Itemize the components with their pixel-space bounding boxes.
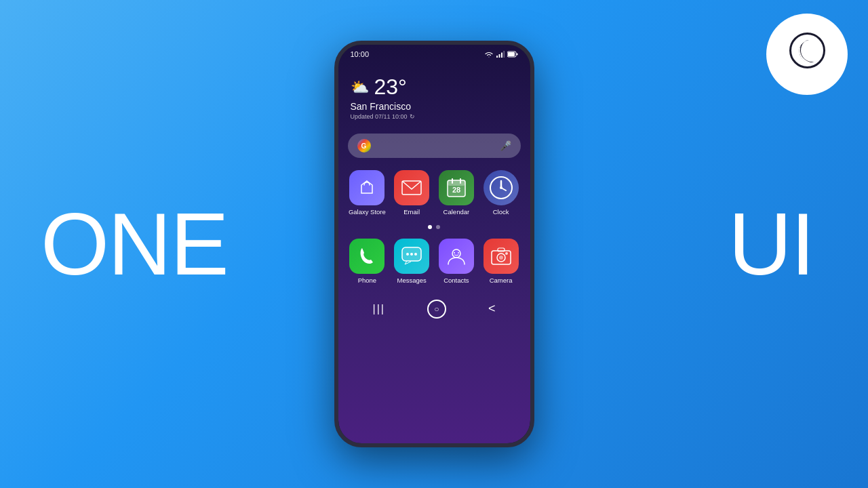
app-galaxy-store[interactable]: Galaxy Store — [348, 170, 387, 216]
background-text-ui: UI — [728, 200, 814, 288]
weather-icon: ⛅ — [351, 79, 369, 96]
app-clock[interactable]: Clock — [481, 170, 521, 216]
clock-label: Clock — [493, 208, 509, 216]
status-bar: 10:00 — [338, 45, 530, 61]
phone-body: 10:00 — [334, 41, 534, 447]
home-button[interactable]: ○ — [427, 300, 446, 319]
weather-updated: Updated 07/11 10:00 ↻ — [351, 113, 518, 120]
svg-point-20 — [410, 253, 413, 256]
signal-icon — [496, 51, 505, 58]
app-contacts[interactable]: Contacts — [437, 239, 476, 284]
svg-point-27 — [499, 256, 503, 260]
svg-rect-1 — [496, 56, 498, 58]
contacts-label: Contacts — [443, 277, 469, 284]
search-bar[interactable]: G 🎤 — [348, 134, 521, 158]
camera-label: Camera — [490, 277, 513, 284]
contacts-icon — [439, 239, 474, 274]
background-text-one: ONE — [41, 200, 228, 288]
svg-rect-10 — [448, 180, 465, 186]
svg-point-19 — [406, 253, 409, 256]
status-icons — [484, 51, 518, 58]
messages-icon — [394, 239, 429, 274]
status-time: 10:00 — [351, 50, 370, 58]
clock-icon — [484, 170, 519, 205]
galaxy-store-label: Galaxy Store — [349, 208, 386, 216]
camera-icon — [484, 239, 519, 274]
page-dots — [338, 225, 530, 229]
svg-rect-3 — [501, 53, 502, 58]
svg-point-21 — [414, 253, 417, 256]
nav-bar: ||| ○ < — [338, 296, 530, 320]
svg-text:28: 28 — [452, 186, 460, 194]
svg-rect-6 — [516, 54, 517, 56]
svg-point-29 — [505, 252, 508, 255]
app-email[interactable]: Email — [392, 170, 431, 216]
battery-icon — [507, 51, 518, 58]
app-camera[interactable]: Camera — [481, 239, 521, 284]
phone-screen: 10:00 — [338, 45, 530, 443]
mic-icon: 🎤 — [500, 140, 511, 151]
back-button[interactable]: < — [488, 302, 496, 316]
messages-label: Messages — [397, 277, 426, 284]
app-grid-row1: Galaxy Store Email — [338, 165, 530, 221]
app-dock: Phone Messages — [338, 233, 530, 289]
svg-point-24 — [458, 252, 459, 253]
svg-rect-4 — [503, 51, 505, 58]
svg-point-23 — [454, 252, 455, 253]
svg-rect-7 — [508, 52, 515, 56]
app-phone[interactable]: Phone — [348, 239, 387, 284]
svg-rect-2 — [498, 54, 500, 58]
app-messages[interactable]: Messages — [392, 239, 431, 284]
email-label: Email — [403, 208, 420, 216]
phone-icon — [349, 239, 384, 274]
phone-container: 10:00 — [334, 41, 534, 447]
app-calendar[interactable]: 28 Calendar — [437, 170, 476, 216]
weather-widget: ⛅ 23° San Francisco Updated 07/11 10:00 … — [338, 61, 530, 127]
logo-dot — [804, 72, 810, 77]
page-dot-1 — [428, 225, 432, 229]
calendar-label: Calendar — [443, 208, 470, 216]
phone-label: Phone — [358, 277, 376, 284]
moon-icon — [789, 32, 826, 69]
svg-point-17 — [500, 186, 502, 189]
oneui-logo — [766, 14, 848, 95]
google-logo: G — [357, 139, 371, 152]
recent-apps-button[interactable]: ||| — [373, 303, 385, 315]
page-dot-2 — [436, 225, 440, 229]
wifi-icon — [484, 51, 494, 58]
svg-point-22 — [452, 249, 460, 258]
galaxy-store-icon — [349, 170, 384, 205]
email-icon — [394, 170, 429, 205]
weather-city: San Francisco — [351, 101, 518, 112]
calendar-icon: 28 — [439, 170, 474, 205]
weather-temperature: 23° — [374, 75, 407, 100]
